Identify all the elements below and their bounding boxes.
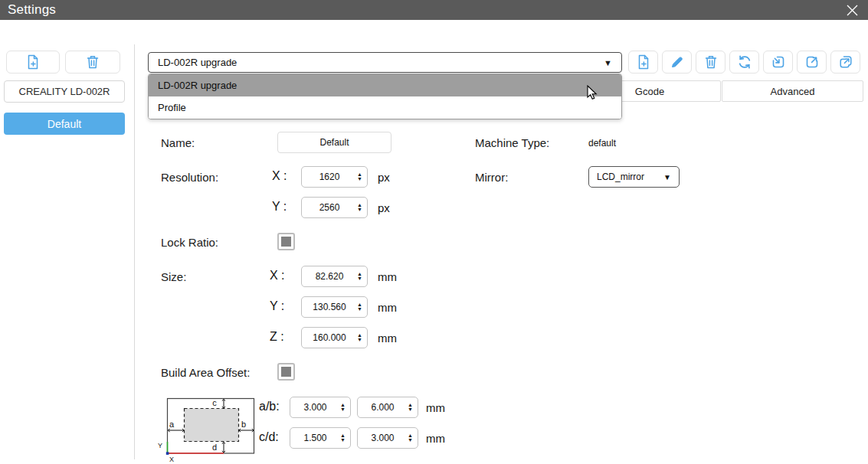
lock-ratio-checkbox[interactable] <box>277 233 295 250</box>
diagram-label-a: a <box>169 420 175 429</box>
spinner-arrows[interactable]: ▲▼ <box>408 403 413 413</box>
spin-down-icon[interactable]: ▼ <box>340 438 346 443</box>
size-y-axis-label: Y : <box>270 299 284 313</box>
delete-machine-button[interactable] <box>65 51 120 74</box>
trash-icon <box>703 54 719 70</box>
offset-d-spinner[interactable]: 3.000 ▲▼ <box>357 427 418 449</box>
build-area-diagram: c a b d Y X <box>153 394 257 464</box>
resolution-x-spinner[interactable]: 1620 ▲▼ <box>301 166 368 188</box>
machine-type-value: default <box>588 138 616 149</box>
size-z-spinner[interactable]: 160.000 ▲▼ <box>301 327 368 348</box>
reset-profile-button[interactable] <box>729 51 759 74</box>
spin-down-icon[interactable]: ▼ <box>357 177 362 182</box>
spin-down-icon[interactable]: ▼ <box>357 307 362 312</box>
diagram-label-d: d <box>212 443 217 452</box>
edit-profile-button[interactable] <box>662 51 692 74</box>
add-document-icon <box>25 54 41 70</box>
diagram-axis-x-label: X <box>169 456 174 463</box>
checkbox-fill <box>281 367 291 377</box>
dropdown-item-ld002r-upgrade[interactable]: LD-002R upgrade <box>149 74 621 96</box>
resolution-x-value: 1620 <box>302 172 357 182</box>
resolution-y-unit: px <box>378 201 390 214</box>
mirror-select[interactable]: LCD_mirror ▼ <box>588 166 680 188</box>
diagram-label-b: b <box>241 420 246 429</box>
dialog-title: Settings <box>0 2 56 18</box>
import-profile-button[interactable] <box>763 51 793 74</box>
offset-b-spinner[interactable]: 6.000 ▲▼ <box>357 397 418 418</box>
sidebar-divider <box>134 44 135 459</box>
spin-down-icon[interactable]: ▼ <box>408 407 413 413</box>
resolution-y-value: 2560 <box>302 202 357 213</box>
mirror-label: Mirror: <box>475 171 508 184</box>
spinner-arrows[interactable]: ▲▼ <box>340 403 346 413</box>
build-area-offset-checkbox[interactable] <box>277 363 295 381</box>
refresh-icon <box>736 54 753 70</box>
spinner-arrows[interactable]: ▲▼ <box>357 203 362 213</box>
close-icon <box>845 3 860 18</box>
ab-unit: mm <box>426 401 445 414</box>
profile-dropdown-list: LD-002R upgrade Profile <box>148 74 622 119</box>
spin-down-icon[interactable]: ▼ <box>408 438 413 443</box>
dropdown-item-label: Profile <box>158 102 186 113</box>
add-machine-button[interactable] <box>6 51 60 74</box>
resolution-y-spinner[interactable]: 2560 ▲▼ <box>301 197 368 218</box>
spinner-arrows[interactable]: ▲▼ <box>408 433 413 443</box>
profile-select-value: LD-002R upgrade <box>158 57 237 68</box>
spinner-arrows[interactable]: ▲▼ <box>357 172 362 182</box>
offset-c-spinner[interactable]: 1.500 ▲▼ <box>290 427 351 449</box>
offset-c-value: 1.500 <box>290 433 340 443</box>
size-x-axis-label: X : <box>270 269 285 283</box>
cd-unit: mm <box>426 432 445 445</box>
spinner-arrows[interactable]: ▲▼ <box>340 433 346 443</box>
mirror-select-value: LCD_mirror <box>597 172 644 182</box>
size-z-unit: mm <box>378 332 397 345</box>
profile-select[interactable]: LD-002R upgrade ▼ <box>148 52 622 73</box>
machine-type-label: Machine Type: <box>475 136 549 149</box>
settings-dialog: Settings CREALITY LD-002R Default LD-002… <box>0 0 868 464</box>
spin-down-icon[interactable]: ▼ <box>357 338 362 343</box>
export-copy-icon <box>837 54 854 70</box>
dropdown-item-profile[interactable]: Profile <box>149 96 621 119</box>
diagram-label-c: c <box>212 398 217 407</box>
delete-profile-button[interactable] <box>696 51 726 74</box>
size-label: Size: <box>161 270 186 283</box>
offset-a-value: 3.000 <box>290 402 340 413</box>
resolution-x-unit: px <box>378 171 390 184</box>
sidebar-machine-button[interactable]: CREALITY LD-002R <box>4 80 125 103</box>
spin-down-icon[interactable]: ▼ <box>357 207 362 213</box>
size-x-spinner[interactable]: 82.620 ▲▼ <box>301 266 368 287</box>
dropdown-item-label: LD-002R upgrade <box>158 80 237 91</box>
export-icon <box>804 54 821 70</box>
spin-down-icon[interactable]: ▼ <box>357 276 362 282</box>
profile-toolbar <box>628 51 860 74</box>
export-profile-button[interactable] <box>797 51 827 74</box>
resolution-label: Resolution: <box>161 171 218 184</box>
spinner-arrows[interactable]: ▲▼ <box>357 302 362 312</box>
offset-a-spinner[interactable]: 3.000 ▲▼ <box>290 397 351 418</box>
close-button[interactable] <box>842 2 862 18</box>
size-z-value: 160.000 <box>302 332 357 343</box>
sidebar-profile-button[interactable]: Default <box>4 113 125 135</box>
size-y-unit: mm <box>378 301 397 314</box>
size-x-unit: mm <box>378 270 397 283</box>
chevron-down-icon: ▼ <box>663 173 671 181</box>
spin-down-icon[interactable]: ▼ <box>340 407 346 413</box>
size-x-value: 82.620 <box>302 271 357 282</box>
add-profile-button[interactable] <box>628 51 658 74</box>
export-all-profiles-button[interactable] <box>830 51 860 74</box>
tab-advanced[interactable]: Advanced <box>722 80 863 102</box>
name-field[interactable]: Default <box>277 132 391 153</box>
cd-label: c/d: <box>259 430 279 444</box>
trash-icon <box>84 54 101 70</box>
ab-label: a/b: <box>259 400 280 413</box>
tab-advanced-label: Advanced <box>771 86 815 97</box>
offset-b-value: 6.000 <box>358 402 408 413</box>
spinner-arrows[interactable]: ▲▼ <box>357 272 362 282</box>
resolution-y-axis-label: Y : <box>272 200 287 214</box>
spinner-arrows[interactable]: ▲▼ <box>357 333 362 343</box>
diagram-axis-y-label: Y <box>158 442 162 449</box>
offset-d-value: 3.000 <box>358 433 408 443</box>
checkbox-fill <box>281 237 291 247</box>
size-y-spinner[interactable]: 130.560 ▲▼ <box>301 296 368 318</box>
build-area-offset-label: Build Area Offset: <box>161 366 250 379</box>
